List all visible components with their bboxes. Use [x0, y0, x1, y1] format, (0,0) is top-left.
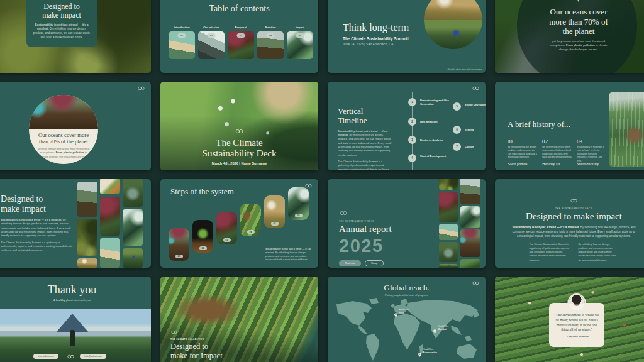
step-badge-4: 04	[247, 230, 255, 234]
infinity-logo-icon	[235, 129, 244, 134]
thanks-subtitle: planet starts with you	[66, 299, 91, 302]
toc-title: Table of contents	[160, 4, 318, 14]
slide-thumbnail-03[interactable]: Think long-term The Climate Sustainabili…	[328, 0, 486, 73]
history-column-label: Sustainability	[577, 162, 599, 166]
pin-icon	[433, 325, 436, 336]
history-column-body: By rethinking how we design, produce, an…	[508, 146, 538, 160]
toc-item-photo: 05	[287, 31, 313, 59]
timeline-step-5: 5	[453, 102, 461, 111]
impact-card-heading: Designed to make impact	[32, 3, 91, 20]
annual-eyebrow: THE SUSTAINABILITY DECK	[339, 220, 392, 222]
masonry-photo	[123, 209, 143, 246]
history-column: 03 Sustainability is no longer a 'nice t…	[577, 138, 607, 166]
history-column-number: 03	[577, 138, 607, 145]
slide-thumbnail-13[interactable]: Thank you A healthy planet starts with y…	[0, 277, 151, 362]
impact-center-content: THE SUSTAINABILITY DECK Designed to make…	[495, 194, 644, 262]
infinity-logo-icon	[339, 211, 348, 216]
slide-thumbnail-06[interactable]: The Climate Sustainability Deck March 4t…	[160, 82, 318, 170]
impact-center-eyebrow: THE SUSTAINABILITY DECK	[495, 207, 644, 210]
map-pin-antananarivo: Head OfficeAntananarivo.	[418, 348, 438, 359]
collective-title: Designed to make for Impact	[170, 342, 223, 360]
impact-card-panel: Designed to make impact Sustainability i…	[26, 0, 97, 47]
pin-city: Mumbai.	[438, 328, 447, 331]
step-badge-5: 05	[271, 222, 279, 226]
toc-item: Solution 04	[257, 26, 284, 59]
timeline-step-4-label: Start of Development	[420, 155, 455, 158]
history-column-number: 02	[542, 138, 572, 145]
toc-item-number: 04	[267, 33, 275, 38]
quote-card: "The environment is where we all meet; w…	[549, 303, 604, 347]
timeline-step-6-label: Testing	[465, 128, 486, 132]
map-pin-mumbai: Head OfficeMumbai.	[433, 325, 448, 336]
toc-item-photo: 04	[257, 31, 284, 59]
step-card-5: 05	[264, 195, 285, 228]
timeline-step-7: 7	[453, 143, 461, 151]
steps-note: mindset. By rethinking how we design, pr…	[265, 251, 308, 261]
masonry-photo	[77, 182, 97, 217]
slide-thumbnail-12[interactable]: THE SUSTAINABILITY DECK Designed to make…	[495, 179, 644, 268]
plant-icon	[575, 0, 582, 3]
impact-center-col1: The Climate Sustainability Summit is a g…	[530, 243, 570, 261]
collective-content: THE CLIMATE COLLECTIVE Designed to make …	[170, 326, 223, 360]
slide-thumbnail-16[interactable]: "The environment is where we all meet; w…	[495, 277, 644, 362]
annual-photo	[439, 179, 458, 190]
oceans-content: Our oceans cover more than 70% of the pl…	[531, 0, 626, 52]
world-map: Head OfficeParis. Head OfficeMumbai. Hea…	[328, 298, 486, 362]
field-walk-photo	[424, 0, 482, 20]
pin-office-label: Head Office	[399, 309, 409, 311]
masonry-photo	[77, 219, 97, 256]
masonry-photo	[77, 258, 97, 268]
impact-center-title: Designed to make impact	[495, 211, 644, 222]
cover-content: The Climate Sustainability Deck March 4t…	[160, 125, 318, 166]
annual-photo	[460, 229, 480, 257]
step-badge-1: 01	[175, 255, 183, 258]
history-column-body: Sustainability is no longer a 'nice to h…	[577, 146, 607, 163]
history-column: 02 We're entering an era where regenerat…	[542, 138, 572, 166]
impact-split-heading: Designed to make impact	[1, 194, 74, 214]
annual-photo	[460, 259, 480, 268]
slide-thumbnail-09[interactable]: Designed to make impact Sustainability i…	[0, 179, 151, 268]
toc-item-photo: 02	[198, 31, 225, 59]
masonry-photo	[100, 179, 120, 194]
masonry-photo	[100, 238, 120, 268]
forest-walk-photo	[424, 20, 482, 50]
map-pin-paris: Head OfficeParis.	[394, 309, 409, 320]
annual-photo	[460, 206, 480, 228]
step-card-2: 02	[192, 220, 213, 253]
slide-thumbnail-11[interactable]: THE SUSTAINABILITY DECK Annual report 20…	[328, 179, 486, 268]
toc-item-number: 01	[178, 33, 186, 38]
oceans-circle-heading: Our oceans cover more than 70% of the pl…	[36, 132, 91, 145]
impact-split-body-lead: Sustainability is not just a trend — it'…	[1, 218, 62, 221]
summit-footer: A healthy planet starts with clean ocean…	[448, 68, 482, 70]
read-now-button: Read now	[339, 260, 361, 266]
toc-item-photo: 01	[169, 31, 195, 59]
pin-icon	[418, 348, 421, 359]
annual-photo	[460, 179, 480, 204]
timeline-title: Vertical Timeline	[338, 107, 394, 126]
continents	[336, 298, 479, 361]
quote-avatar	[569, 295, 585, 310]
history-column-body: We're entering an era where regenerative…	[542, 146, 572, 160]
steps-title: Steps of the system	[170, 187, 234, 197]
email-button: hello@website.com	[80, 354, 106, 359]
quote-author: – Lady Bird Johnson	[549, 336, 604, 338]
toc-item-number: 03	[237, 33, 245, 38]
toc-item: Impact 05	[287, 26, 313, 59]
slide-thumbnail-02[interactable]: Table of contents Introduction 01 Our mi…	[160, 0, 318, 73]
toc-item: Introduction 01	[169, 26, 195, 59]
slide-thumbnail-15[interactable]: Global reach. Putting people at the hear…	[328, 277, 486, 362]
infinity-logo-icon	[472, 86, 480, 90]
slide-thumbnail-05[interactable]: Our oceans cover more than 70% of the pl…	[0, 82, 151, 170]
slide-thumbnail-10[interactable]: Steps of the system 01 02 03 04 05 06 Su…	[160, 179, 318, 268]
slide-thumbnail-07[interactable]: Vertical Timeline Sustainability is not …	[328, 82, 486, 170]
slide-thumbnail-01[interactable]: Designed to make impact Sustainability i…	[0, 0, 151, 73]
annual-photo	[439, 242, 458, 262]
global-title: Global reach.	[328, 283, 486, 293]
mountain-photo	[0, 309, 151, 362]
annual-title: Annual report	[339, 224, 392, 234]
slide-thumbnail-14[interactable]: THE CLIMATE COLLECTIVE Designed to make …	[160, 277, 318, 362]
slide-thumbnail-08[interactable]: A brief history of... 01 By rethinking h…	[495, 82, 644, 170]
history-column-number: 01	[508, 138, 538, 145]
slide-thumbnail-04[interactable]: Our oceans cover more than 70% of the pl…	[495, 0, 644, 73]
toc-item-label: Impact	[287, 26, 313, 29]
